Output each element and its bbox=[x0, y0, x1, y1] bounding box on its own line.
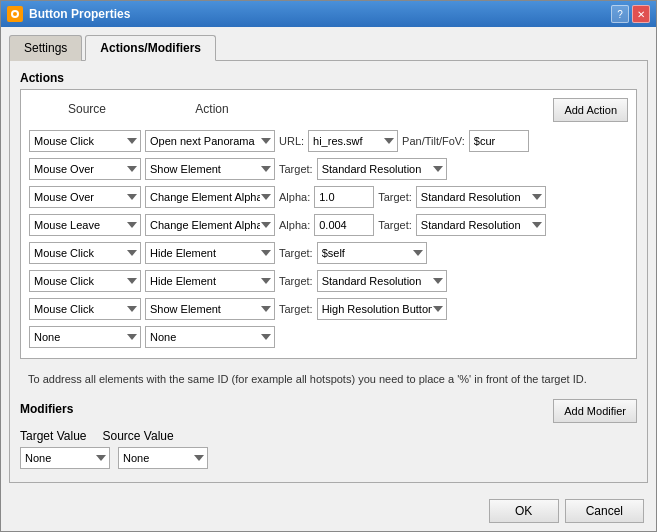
action-select-2[interactable]: Show Element bbox=[145, 158, 275, 180]
source-select-7[interactable]: Mouse Click bbox=[29, 298, 141, 320]
modifiers-section: Modifiers Add Modifier Target Value Sour… bbox=[20, 399, 637, 469]
target-select-2[interactable]: Standard Resolution bbox=[317, 158, 447, 180]
target-select-7[interactable]: High Resolution Button bbox=[317, 298, 447, 320]
modifier-col-headers: Target Value Source Value bbox=[20, 429, 637, 443]
note-text: To address all elements with the same ID… bbox=[20, 367, 637, 391]
action-select-5[interactable]: Hide Element bbox=[145, 242, 275, 264]
action-row-4: Mouse Leave Change Element Alpha Alpha: … bbox=[29, 214, 628, 236]
pantiltfov-input[interactable] bbox=[469, 130, 529, 152]
modifier-target-select[interactable]: None bbox=[20, 447, 110, 469]
add-modifier-button[interactable]: Add Modifier bbox=[553, 399, 637, 423]
action-row-3: Mouse Over Change Element Alpha Alpha: T… bbox=[29, 186, 628, 208]
source-select-4[interactable]: Mouse Leave bbox=[29, 214, 141, 236]
pantiltfov-label: Pan/Tilt/FoV: bbox=[402, 135, 465, 147]
target-select-4[interactable]: Standard Resolution bbox=[416, 214, 546, 236]
title-bar-left: Button Properties bbox=[7, 6, 130, 22]
target-select-3[interactable]: Standard Resolution bbox=[416, 186, 546, 208]
tab-actions-modifiers[interactable]: Actions/Modifiers bbox=[85, 35, 216, 61]
url-select-1[interactable]: hi_res.swf bbox=[308, 130, 398, 152]
tab-settings[interactable]: Settings bbox=[9, 35, 82, 61]
main-window: Button Properties ? ✕ Settings Actions/M… bbox=[0, 0, 657, 532]
actions-panel: Source Action Add Action Mouse Click Ope… bbox=[20, 89, 637, 359]
window-body: Settings Actions/Modifiers Actions Sourc… bbox=[1, 27, 656, 491]
cancel-button[interactable]: Cancel bbox=[565, 499, 644, 523]
action-select-7[interactable]: Show Element bbox=[145, 298, 275, 320]
action-select-3[interactable]: Change Element Alpha bbox=[145, 186, 275, 208]
url-label-1: URL: bbox=[279, 135, 304, 147]
svg-point-2 bbox=[13, 12, 17, 16]
modifiers-label: Modifiers bbox=[20, 402, 73, 416]
actions-label: Actions bbox=[20, 71, 637, 85]
target-label-3: Target: bbox=[378, 191, 412, 203]
action-select-4[interactable]: Change Element Alpha bbox=[145, 214, 275, 236]
title-bar: Button Properties ? ✕ bbox=[1, 1, 656, 27]
alpha-input-3[interactable] bbox=[314, 186, 374, 208]
add-action-button[interactable]: Add Action bbox=[553, 98, 628, 122]
source-select-8[interactable]: None bbox=[29, 326, 141, 348]
action-select-1[interactable]: Open next Panorama bbox=[145, 130, 275, 152]
modifier-row: None None bbox=[20, 447, 637, 469]
col-headers: Source Action bbox=[29, 102, 277, 116]
action-row-8: None None bbox=[29, 326, 628, 348]
source-select-2[interactable]: Mouse Over bbox=[29, 158, 141, 180]
action-row-6: Mouse Click Hide Element Target: Standar… bbox=[29, 270, 628, 292]
action-select-6[interactable]: Hide Element bbox=[145, 270, 275, 292]
target-label-2: Target: bbox=[279, 163, 313, 175]
source-select-1[interactable]: Mouse Click bbox=[29, 130, 141, 152]
action-row-2: Mouse Over Show Element Target: Standard… bbox=[29, 158, 628, 180]
source-select-6[interactable]: Mouse Click bbox=[29, 270, 141, 292]
help-button[interactable]: ? bbox=[611, 5, 629, 23]
close-button[interactable]: ✕ bbox=[632, 5, 650, 23]
modifier-source-col-header: Source Value bbox=[103, 429, 174, 443]
source-select-5[interactable]: Mouse Click bbox=[29, 242, 141, 264]
target-select-5[interactable]: $self bbox=[317, 242, 427, 264]
alpha-input-4[interactable] bbox=[314, 214, 374, 236]
target-label-4: Target: bbox=[378, 219, 412, 231]
source-select-3[interactable]: Mouse Over bbox=[29, 186, 141, 208]
actions-section: Actions Source Action Add Action Mouse C… bbox=[20, 71, 637, 359]
col-source-header: Source bbox=[31, 102, 143, 116]
alpha-label-4: Alpha: bbox=[279, 219, 310, 231]
title-buttons: ? ✕ bbox=[611, 5, 650, 23]
target-label-5: Target: bbox=[279, 247, 313, 259]
target-label-6: Target: bbox=[279, 275, 313, 287]
tab-bar: Settings Actions/Modifiers bbox=[9, 35, 648, 61]
ok-button[interactable]: OK bbox=[489, 499, 559, 523]
target-select-6[interactable]: Standard Resolution bbox=[317, 270, 447, 292]
action-row-1: Mouse Click Open next Panorama URL: hi_r… bbox=[29, 130, 628, 152]
action-row-5: Mouse Click Hide Element Target: $self bbox=[29, 242, 628, 264]
modifiers-header: Modifiers Add Modifier bbox=[20, 399, 637, 423]
window-title: Button Properties bbox=[29, 7, 130, 21]
action-select-8[interactable]: None bbox=[145, 326, 275, 348]
modifier-source-select[interactable]: None bbox=[118, 447, 208, 469]
col-action-header: Action bbox=[147, 102, 277, 116]
target-label-7: Target: bbox=[279, 303, 313, 315]
window-footer: OK Cancel bbox=[1, 491, 656, 531]
action-row-7: Mouse Click Show Element Target: High Re… bbox=[29, 298, 628, 320]
tab-content: Actions Source Action Add Action Mouse C… bbox=[9, 60, 648, 483]
modifier-target-col-header: Target Value bbox=[20, 429, 87, 443]
actions-header: Source Action Add Action bbox=[29, 98, 628, 122]
alpha-label-3: Alpha: bbox=[279, 191, 310, 203]
window-icon bbox=[7, 6, 23, 22]
